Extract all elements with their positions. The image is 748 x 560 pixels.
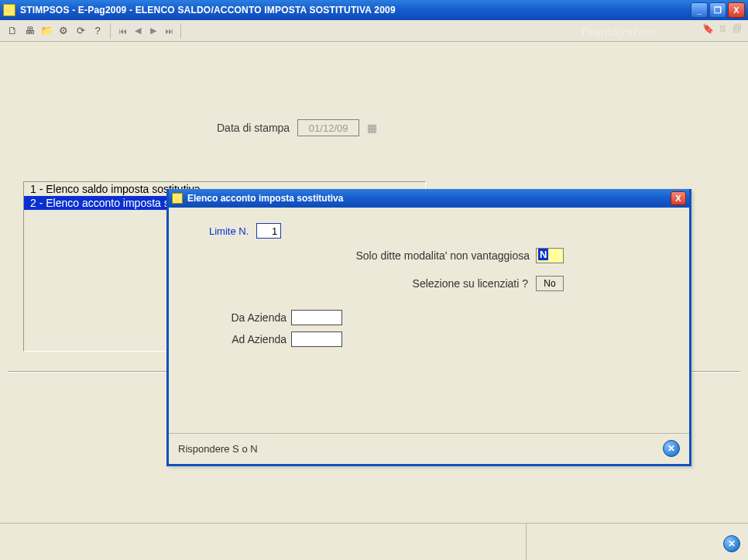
limite-input[interactable] xyxy=(256,223,281,239)
close-icon: X xyxy=(675,194,681,203)
toolbar-right: 🔖 🗎 🗐 xyxy=(702,23,742,34)
main-titlebar: STIMPSOS - E-Pag2009 - ELENCO SALDO/ACCO… xyxy=(0,0,748,20)
solo-ditte-value: N xyxy=(538,249,548,260)
calendar-icon[interactable]: ▦ xyxy=(367,122,378,133)
tool-attach-icon[interactable]: 🔖 xyxy=(702,23,714,34)
tool-note-icon[interactable]: 🗎 xyxy=(719,23,728,34)
date-row: Data di stampa ▦ xyxy=(0,119,748,136)
licenziati-label: Selezione su licenziati ? xyxy=(413,277,528,290)
brand-logo: TeamSystem xyxy=(580,25,655,38)
status-left xyxy=(0,524,527,560)
dialog-status-close-icon[interactable]: ✕ xyxy=(663,440,680,457)
status-close-icon[interactable]: ✕ xyxy=(723,535,740,552)
dialog-titlebar: Elenco acconto imposta sostitutiva X xyxy=(169,189,689,208)
tool-folder-icon[interactable]: 📁 xyxy=(39,23,54,39)
tool-refresh-icon[interactable]: ⟳ xyxy=(73,23,88,39)
maximize-button[interactable]: ❐ xyxy=(709,2,726,18)
dialog-app-icon xyxy=(172,193,183,204)
nav-last-icon[interactable]: ⏭ xyxy=(162,23,176,39)
solo-ditte-label: Solo ditte modalita' non vantaggiosa xyxy=(356,249,530,262)
date-label: Data di stampa xyxy=(217,122,290,134)
ad-azienda-input[interactable] xyxy=(291,332,342,347)
minimize-icon: _ xyxy=(697,5,702,15)
ad-azienda-label: Ad Azienda xyxy=(201,333,287,345)
status-right: ✕ xyxy=(527,524,748,560)
tool-new-icon[interactable]: 🗋 xyxy=(5,23,20,39)
tool-options-icon[interactable]: ⚙ xyxy=(56,23,71,39)
main-toolbar: 🗋 🖶 📁 ⚙ ⟳ ? ⏮ ◀ ▶ ⏭ TeamSystem 🔖 🗎 🗐 xyxy=(0,20,748,42)
window-controls: _ ❐ X xyxy=(691,2,745,18)
close-icon: X xyxy=(733,5,739,15)
window-title: STIMPSOS - E-Pag2009 - ELENCO SALDO/ACCO… xyxy=(20,5,396,15)
dialog-title: Elenco acconto imposta sostitutiva xyxy=(187,193,343,204)
da-azienda-label: Da Azienda xyxy=(201,311,287,324)
da-azienda-input[interactable] xyxy=(291,310,342,325)
dialog-statusbar: Rispondere S o N ✕ xyxy=(169,433,689,464)
dialog-status-text: Rispondere S o N xyxy=(178,443,258,455)
dialog: Elenco acconto imposta sostitutiva X Lim… xyxy=(166,189,691,466)
tool-export-icon[interactable]: 🗐 xyxy=(733,23,742,34)
tool-help-icon[interactable]: ? xyxy=(90,23,105,39)
nav-first-icon[interactable]: ⏮ xyxy=(115,23,129,39)
close-button[interactable]: X xyxy=(728,2,745,18)
dialog-body: Limite N. Solo ditte modalita' non vanta… xyxy=(169,208,689,433)
date-input[interactable] xyxy=(297,119,359,136)
minimize-button[interactable]: _ xyxy=(691,2,708,18)
app-icon xyxy=(3,4,15,16)
licenziati-input[interactable]: No xyxy=(536,276,564,291)
licenziati-value: No xyxy=(544,278,555,289)
solo-ditte-input[interactable]: N xyxy=(536,248,564,263)
nav-next-icon[interactable]: ▶ xyxy=(146,23,160,39)
toolbar-separator xyxy=(110,23,111,39)
toolbar-separator-2 xyxy=(180,23,181,39)
limite-label: Limite N. xyxy=(209,225,249,237)
dialog-close-button[interactable]: X xyxy=(671,191,686,205)
tool-print-icon[interactable]: 🖶 xyxy=(22,23,37,39)
main-statusbar: ✕ xyxy=(0,523,748,560)
nav-prev-icon[interactable]: ◀ xyxy=(131,23,145,39)
maximize-icon: ❐ xyxy=(714,5,722,15)
